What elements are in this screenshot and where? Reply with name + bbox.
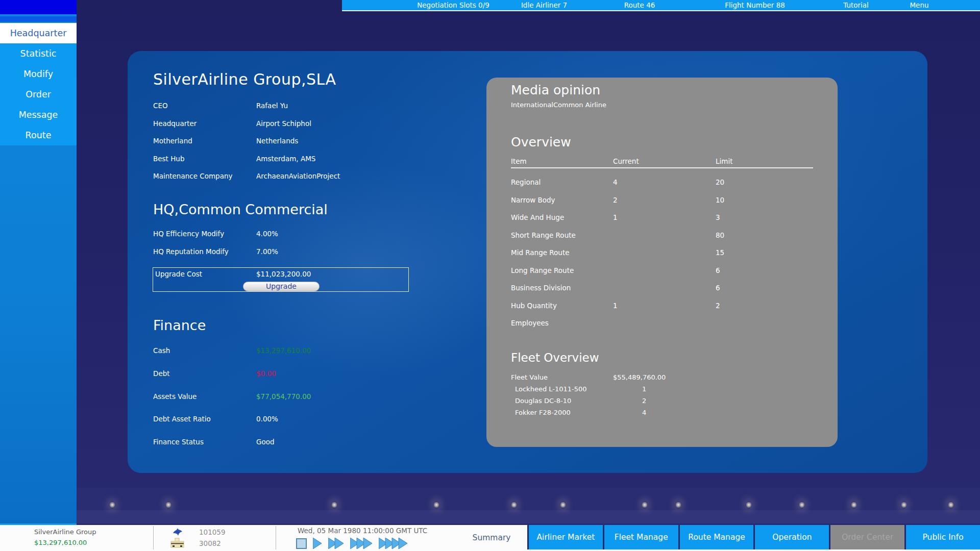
top-status-bar: Negotiation Slots 0/9 Idle Airliner 7 Ro… (342, 0, 980, 11)
info-label: Maintenance Company (153, 172, 256, 180)
finance-row: Debt$0.00 (153, 362, 470, 385)
bottom-bar: SilverAirline Group $13,297,610.00 10105… (0, 523, 980, 551)
finance-section-title: Finance (153, 317, 206, 333)
cell-item: Regional (511, 178, 613, 186)
public-info-button[interactable]: Public Info (906, 525, 980, 549)
sidebar-item-route[interactable]: Route (0, 125, 77, 145)
order-center-button: Order Center (830, 525, 904, 549)
bottom-nav-buttons: Airliner Market Fleet Manage Route Manag… (527, 525, 980, 549)
sidebar-menu: Headquarter Statistic Modify Order Messa… (0, 23, 77, 145)
sidebar-item-modify[interactable]: Modify (0, 64, 77, 84)
table-row: Business Division6 (511, 279, 813, 297)
runway-light (746, 501, 751, 509)
info-row: Best HubAmsterdam, AMS (153, 150, 470, 168)
hq-section-title: HQ,Common Commercial (153, 202, 328, 217)
finance-row: Finance StatusGood (153, 431, 470, 454)
airliner-market-button[interactable]: Airliner Market (529, 525, 603, 549)
sidebar: Headquarter Statistic Modify Order Messa… (0, 0, 77, 523)
pause-button[interactable] (296, 538, 307, 549)
upgrade-cost-label: Upgrade Cost (155, 270, 256, 278)
sidebar-item-statistic[interactable]: Statistic (0, 43, 77, 64)
play-speed-4-button[interactable] (379, 538, 408, 549)
finance-label: Debt Asset Ratio (153, 415, 256, 423)
company-title: SilverAirline Group,SLA (153, 70, 336, 88)
hq-label: HQ Efficiency Modify (153, 230, 256, 238)
stat-bottom-value: 30082 (199, 539, 221, 547)
bottom-company-name: SilverAirline Group (34, 528, 96, 536)
finance-rows: Cash$13,297,610.00 Debt$0.00 Assets Valu… (153, 339, 470, 453)
fleet-aircraft-row: Douglas DC-8-102 (511, 395, 813, 407)
hq-value: 4.00% (256, 230, 278, 238)
sidebar-bottom-edge (0, 523, 77, 525)
info-value: ArchaeanAviationProject (256, 172, 340, 180)
runway-light (799, 501, 804, 509)
background-ground-band (77, 488, 980, 510)
runway-light (851, 501, 856, 509)
info-row: MotherlandNetherlands (153, 132, 470, 150)
finance-value: $13,297,610.00 (256, 346, 311, 355)
negotiation-slots-status: Negotiation Slots 0/9 (417, 0, 489, 11)
flight-number-status: Flight Number 88 (725, 0, 785, 11)
column-item: Item (511, 157, 613, 165)
runway-light (676, 501, 681, 509)
info-row: HeadquarterAirport Schiphol (153, 115, 470, 133)
runway-light (511, 501, 517, 509)
aircraft-count: 1 (613, 385, 646, 393)
finance-value: $0.00 (256, 369, 276, 378)
info-row: Maintenance CompanyArchaeanAviationProje… (153, 167, 470, 185)
sidebar-item-label: Route (26, 130, 52, 140)
bottom-divider (276, 526, 276, 549)
info-label: Headquarter (153, 119, 256, 128)
finance-label: Cash (153, 346, 256, 355)
finance-label: Assets Value (153, 392, 256, 400)
table-row: Wide And Huge13 (511, 209, 813, 227)
runway-light (434, 501, 439, 509)
overview-table-header: Item Current Limit (511, 157, 813, 165)
play-speed-3-button[interactable] (350, 538, 373, 549)
table-row: Employees (511, 314, 813, 332)
sidebar-item-label: Modify (23, 69, 53, 79)
sidebar-logo-box (0, 0, 77, 14)
play-speed-2-button[interactable] (328, 538, 344, 549)
table-row: Mid Range Route15 (511, 244, 813, 262)
summary-button[interactable]: Summary (469, 533, 514, 542)
upgrade-cost-value: $11,023,200.00 (256, 270, 311, 278)
media-opinion-title: Media opinion (511, 83, 600, 97)
hq-row: HQ Efficiency Modify4.00% (153, 225, 470, 243)
column-current: Current (613, 157, 716, 165)
runway-light (166, 501, 171, 509)
finance-row: Debt Asset Ratio0.00% (153, 408, 470, 431)
overview-table: Regional420 Narrow Body210 Wide And Huge… (511, 173, 813, 332)
bird-icon (172, 527, 184, 537)
upgrade-cost-row: Upgrade Cost $11,023,200.00 (155, 270, 311, 278)
tutorial-button[interactable]: Tutorial (843, 0, 869, 11)
finance-value: 0.00% (256, 415, 278, 423)
menu-button[interactable]: Menu (910, 0, 928, 11)
operation-button[interactable]: Operation (755, 525, 829, 549)
media-opinion-panel: Media opinion InternationalCommon Airlin… (486, 78, 838, 447)
finance-row: Cash$13,297,610.00 (153, 339, 470, 362)
cell-limit: 6 (716, 284, 813, 292)
aircraft-name: Douglas DC-8-10 (511, 397, 613, 405)
bottom-cash-value: $13,297,610.00 (34, 539, 87, 546)
fleet-manage-button[interactable]: Fleet Manage (604, 525, 678, 549)
cell-limit: 80 (716, 231, 813, 239)
finance-row: Assets Value$77,054,770.00 (153, 385, 470, 408)
column-limit: Limit (716, 157, 813, 165)
info-label: CEO (153, 102, 256, 110)
aircraft-count: 2 (613, 397, 646, 405)
sidebar-item-order[interactable]: Order (0, 84, 77, 105)
sidebar-item-message[interactable]: Message (0, 105, 77, 125)
runway-light (560, 501, 566, 509)
aircraft-count: 4 (613, 409, 646, 416)
cell-current: 1 (613, 213, 716, 221)
play-speed-1-button[interactable] (313, 538, 322, 549)
hq-label: HQ Reputation Modify (153, 247, 256, 256)
upgrade-button[interactable]: Upgrade (243, 282, 320, 291)
route-manage-button[interactable]: Route Manage (680, 525, 754, 549)
time-controls (296, 538, 408, 549)
sidebar-item-headquarter[interactable]: Headquarter (0, 23, 77, 43)
info-value: Amsterdam, AMS (256, 155, 315, 163)
cell-item: Employees (511, 319, 613, 327)
table-row: Regional420 (511, 173, 813, 191)
